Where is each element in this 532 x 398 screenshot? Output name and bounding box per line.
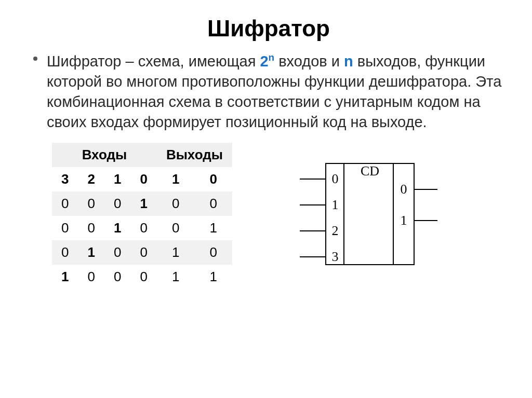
cell: 0	[104, 240, 130, 265]
cell: 0	[78, 191, 104, 216]
para-mid: входов и	[274, 53, 344, 70]
cell: 0	[78, 216, 104, 240]
cell: 1	[194, 216, 232, 240]
cell: 1	[157, 265, 195, 289]
table-row: 0 0 0 1 0 0	[52, 191, 232, 216]
cell: 0	[52, 216, 78, 240]
n-out: n	[344, 53, 353, 70]
schematic-label: CD	[361, 163, 379, 179]
para-prefix: Шифратор – схема, имеющая	[47, 53, 260, 70]
cell: 0	[194, 191, 232, 216]
cell: 0	[194, 240, 232, 265]
col-label: 0	[194, 167, 232, 191]
cell: 0	[52, 191, 78, 216]
cell: 0	[157, 216, 195, 240]
table-row: 0 1 0 0 1 0	[52, 240, 232, 265]
in-label: 2	[331, 223, 338, 238]
cell: 1	[104, 216, 130, 240]
in-label: 0	[331, 171, 338, 186]
cell: 1	[78, 240, 104, 265]
table-row: 0 0 1 0 0 1	[52, 216, 232, 240]
truth-table: Входы Выходы 3 2 1 0 1 0 0 0 0 1	[52, 143, 232, 289]
out-label: 1	[400, 213, 407, 228]
cell: 1	[157, 240, 195, 265]
col-label: 0	[130, 167, 156, 191]
slide-title: Шифратор	[31, 16, 506, 42]
two-base: 2	[260, 53, 268, 70]
cell: 1	[194, 265, 232, 289]
in-label: 1	[331, 197, 338, 212]
col-label: 2	[78, 167, 104, 191]
cell: 0	[130, 216, 156, 240]
cell: 0	[78, 265, 104, 289]
two-sup: n	[269, 52, 275, 63]
col-label: 1	[104, 167, 130, 191]
definition-paragraph: Шифратор – схема, имеющая 2n входов и n …	[31, 51, 506, 132]
column-labels-row: 3 2 1 0 1 0	[52, 167, 232, 191]
cell: 0	[157, 191, 195, 216]
encoder-schematic: CD 0 1 2 3 0 1	[295, 158, 440, 275]
table-row: 1 0 0 0 1 1	[52, 265, 232, 289]
header-inputs: Входы	[52, 143, 157, 167]
col-label: 3	[52, 167, 78, 191]
cell: 0	[130, 265, 156, 289]
cell: 1	[130, 191, 156, 216]
cell: 0	[104, 191, 130, 216]
out-label: 0	[400, 182, 407, 197]
cell: 0	[130, 240, 156, 265]
in-label: 3	[331, 249, 338, 264]
cell: 0	[104, 265, 130, 289]
header-outputs: Выходы	[157, 143, 232, 167]
cell: 1	[52, 265, 78, 289]
col-label: 1	[157, 167, 195, 191]
bullet-icon	[33, 57, 37, 61]
cell: 0	[52, 240, 78, 265]
